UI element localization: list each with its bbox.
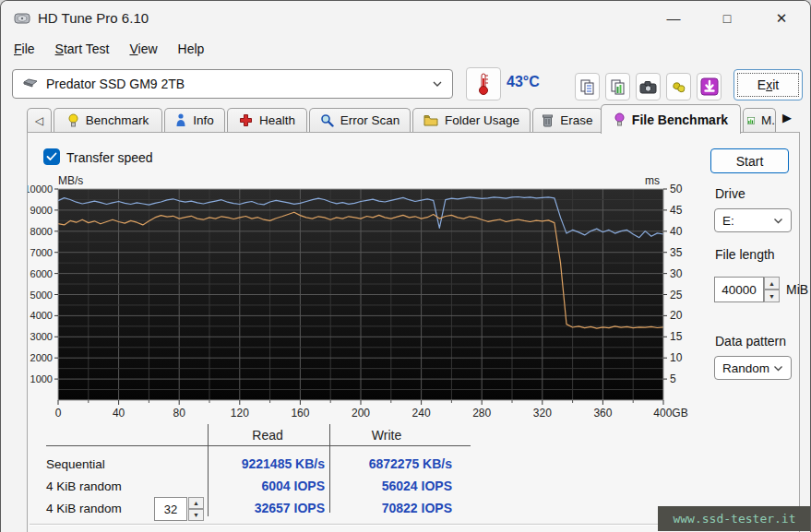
svg-text:3000: 3000 — [30, 331, 53, 342]
svg-text:0: 0 — [55, 407, 62, 420]
chevron-down-icon — [773, 218, 783, 224]
tab-scroll-left[interactable]: ◁ — [27, 108, 52, 132]
chevron-down-icon — [432, 80, 443, 88]
download-arrow-icon — [700, 77, 719, 96]
copy-image-button[interactable] — [605, 73, 630, 100]
svg-text:120: 120 — [231, 407, 249, 420]
menu-file[interactable]: File — [14, 41, 35, 56]
thermometer-icon — [477, 72, 490, 96]
random-qd-read-value: 32657 IOPS — [212, 501, 325, 515]
watermark: www.ssd-tester.it — [658, 506, 811, 531]
benchmark-chart: 1000200030004000500060007000800090001000… — [28, 173, 705, 424]
svg-text:5: 5 — [670, 372, 676, 385]
title-bar: HD Tune Pro 6.10 — □ ✕ — [1, 1, 811, 36]
info-person-icon — [175, 113, 186, 127]
file-length-label: File length — [715, 247, 775, 262]
write-column-header: Write — [334, 428, 439, 443]
svg-text:4000: 4000 — [30, 310, 53, 321]
svg-text:40: 40 — [670, 225, 683, 238]
bottom-divider — [30, 524, 659, 526]
drive-label: Drive — [715, 186, 745, 201]
data-pattern-select[interactable]: Random — [714, 356, 792, 380]
tab-health[interactable]: Health — [227, 108, 307, 132]
arrow-right-icon: ▶ — [782, 111, 792, 124]
arrow-left-icon: ◁ — [35, 114, 43, 127]
stepper-down-button[interactable]: ▼ — [764, 290, 780, 302]
svg-text:80: 80 — [173, 407, 186, 420]
donate-button[interactable] — [666, 73, 691, 100]
svg-text:10: 10 — [670, 351, 683, 364]
svg-text:20: 20 — [670, 309, 683, 322]
svg-text:ms: ms — [645, 174, 660, 187]
maximize-button[interactable]: □ — [706, 1, 748, 35]
folder-icon — [423, 114, 438, 126]
temperature-value: 43°C — [507, 74, 540, 90]
hands-icon — [671, 78, 687, 95]
svg-text:320: 320 — [533, 407, 552, 420]
svg-text:25: 25 — [670, 289, 683, 301]
svg-text:8000: 8000 — [30, 226, 53, 237]
copy-text-button[interactable] — [575, 73, 600, 100]
temperature-button[interactable] — [466, 67, 501, 100]
svg-text:1000: 1000 — [30, 373, 53, 384]
svg-text:7000: 7000 — [30, 247, 53, 258]
exit-button[interactable]: Exit — [733, 69, 803, 100]
row-random-label: 4 KiB random — [46, 479, 122, 493]
table-divider-left — [208, 424, 209, 516]
file-length-stepper: ▲ ▼ — [764, 277, 780, 302]
svg-text:5000: 5000 — [30, 290, 53, 301]
svg-text:15: 15 — [670, 330, 683, 343]
stepper-up-button[interactable]: ▲ — [764, 277, 780, 290]
row-sequential-label: Sequential — [46, 457, 105, 471]
tab-overflow[interactable]: M. — [743, 108, 776, 132]
lightbulb-yellow-icon — [67, 113, 79, 127]
device-name: Predator SSD GM9 2TB — [46, 77, 185, 91]
svg-text:45: 45 — [670, 204, 683, 217]
save-results-button[interactable] — [697, 73, 722, 100]
start-button[interactable]: Start — [710, 148, 789, 173]
random-write-value: 56024 IOPS — [334, 479, 452, 493]
window-title: HD Tune Pro 6.10 — [38, 10, 149, 26]
random-read-value: 6004 IOPS — [212, 479, 325, 493]
queue-depth-input[interactable]: 32 — [154, 497, 187, 521]
svg-text:360: 360 — [593, 407, 612, 420]
minimize-icon: — — [667, 10, 681, 26]
svg-text:10000: 10000 — [28, 183, 53, 195]
svg-text:35: 35 — [670, 246, 683, 259]
screenshot-button[interactable] — [636, 73, 661, 100]
stepper-down-button[interactable]: ▼ — [188, 509, 204, 521]
file-length-unit: MiB — [786, 282, 808, 297]
menu-start-test[interactable]: Start Test — [55, 41, 110, 56]
chevron-down-icon — [773, 365, 783, 372]
tab-error-scan[interactable]: Error Scan — [309, 108, 411, 132]
tab-folder-usage[interactable]: Folder Usage — [412, 108, 531, 132]
menu-view[interactable]: View — [129, 41, 157, 56]
svg-text:50: 50 — [670, 183, 683, 195]
disk-icon — [22, 77, 39, 90]
random-qd-write-value: 70822 IOPS — [334, 501, 452, 515]
tab-info[interactable]: Info — [164, 108, 225, 132]
health-cross-icon — [239, 113, 253, 127]
chart-bars-icon — [747, 114, 755, 127]
menu-help[interactable]: Help — [178, 41, 205, 56]
svg-text:160: 160 — [291, 407, 309, 420]
transfer-speed-checkbox[interactable] — [43, 148, 60, 165]
tab-scroll-right[interactable]: ▶ — [782, 111, 792, 124]
drive-select[interactable]: E: — [714, 208, 792, 232]
stepper-up-button[interactable]: ▲ — [188, 497, 204, 509]
tab-erase[interactable]: Erase — [532, 108, 602, 132]
svg-text:200: 200 — [352, 407, 370, 420]
sequential-write-value: 6872275 KB/s — [334, 456, 452, 471]
minimize-button[interactable]: — — [652, 1, 695, 35]
file-benchmark-panel: Transfer speed 1000200030004000500060007… — [27, 132, 800, 532]
magnifier-icon — [320, 113, 334, 127]
tab-benchmark[interactable]: Benchmark — [54, 108, 162, 132]
device-select[interactable]: Predator SSD GM9 2TB — [12, 69, 453, 99]
close-button[interactable]: ✕ — [760, 1, 803, 35]
svg-text:2000: 2000 — [30, 352, 53, 363]
transfer-speed-label: Transfer speed — [66, 150, 153, 165]
svg-text:400GB: 400GB — [653, 407, 687, 420]
maximize-icon: □ — [723, 11, 731, 26]
tab-file-benchmark[interactable]: File Benchmark — [601, 104, 741, 134]
file-length-input[interactable]: 40000 — [714, 277, 764, 302]
